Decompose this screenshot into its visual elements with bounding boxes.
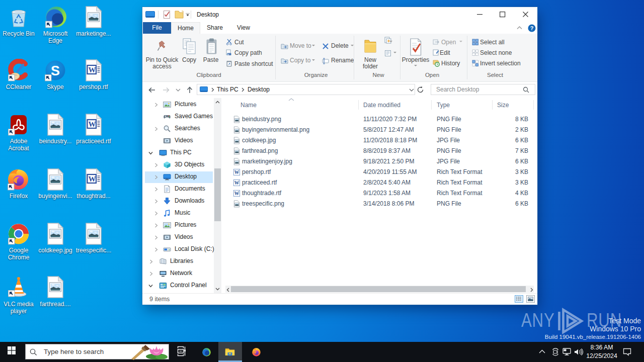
svg-text:?: ? bbox=[530, 25, 534, 31]
